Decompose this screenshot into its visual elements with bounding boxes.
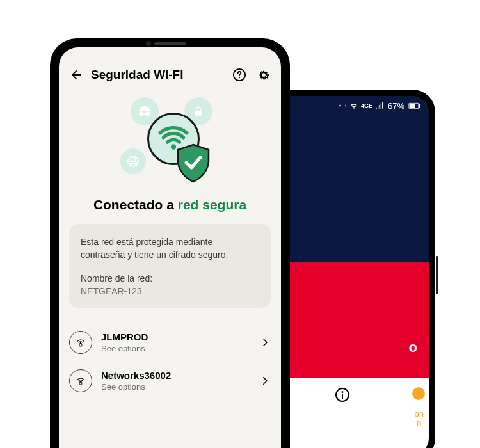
network-list: JLMPROD See options Networks36002 See op… <box>59 319 281 404</box>
svg-rect-2 <box>419 104 420 108</box>
svg-rect-5 <box>342 394 343 399</box>
partial-label: onn <box>415 410 424 428</box>
battery-percent: 67% <box>388 101 404 111</box>
svg-rect-13 <box>79 382 82 385</box>
vibrate-icon <box>338 101 347 110</box>
foreground-phone: Seguridad Wi-Fi <box>50 38 290 448</box>
app-screen: Seguridad Wi-Fi <box>59 47 281 448</box>
network-name-label: Nombre de la red: <box>81 273 259 284</box>
svg-point-8 <box>140 106 149 110</box>
chevron-right-icon <box>259 337 271 348</box>
shield-check-icon <box>175 143 211 183</box>
network-list-item[interactable]: Networks36002 See options <box>59 362 281 400</box>
svg-rect-12 <box>79 344 82 346</box>
svg-rect-1 <box>410 104 415 108</box>
battery-icon <box>408 102 421 109</box>
status-prefix: Conectado a <box>93 197 178 212</box>
hero-illustration <box>59 90 281 197</box>
network-type: 4GE <box>361 102 372 109</box>
network-description: Esta red está protegida mediante contras… <box>81 236 259 262</box>
svg-rect-9 <box>195 111 202 116</box>
camera <box>146 41 151 46</box>
network-item-name: JLMPROD <box>101 332 250 342</box>
svg-point-4 <box>342 391 344 393</box>
gear-icon[interactable] <box>257 68 271 82</box>
info-icon[interactable] <box>335 387 350 403</box>
network-name-value: NETGEAR-123 <box>81 286 259 296</box>
side-button <box>436 256 438 294</box>
wifi-lock-icon <box>69 369 92 392</box>
globe-icon <box>120 148 146 174</box>
wifi-icon <box>349 101 358 110</box>
back-arrow-icon[interactable] <box>69 68 83 82</box>
app-icon-partial <box>412 387 425 400</box>
svg-point-7 <box>239 77 240 78</box>
chevron-right-icon <box>259 375 271 387</box>
network-item-sublabel: See options <box>101 382 250 392</box>
help-icon[interactable] <box>232 68 246 82</box>
status-highlight: red segura <box>178 197 246 212</box>
app-header: Seguridad Wi-Fi <box>59 47 281 90</box>
connection-status: Conectado a red segura <box>59 197 281 212</box>
signal-icon <box>375 101 384 110</box>
page-title: Seguridad Wi-Fi <box>91 68 225 82</box>
status-icons: 4GE <box>338 101 384 110</box>
network-info-card: Esta red está protegida mediante contras… <box>69 224 271 308</box>
speaker <box>154 42 186 45</box>
network-item-name: Networks36002 <box>101 370 250 381</box>
network-list-item[interactable]: JLMPROD See options <box>59 323 281 362</box>
partial-text: o <box>409 339 417 356</box>
wifi-lock-icon <box>69 331 92 354</box>
network-item-sublabel: See options <box>101 344 250 353</box>
